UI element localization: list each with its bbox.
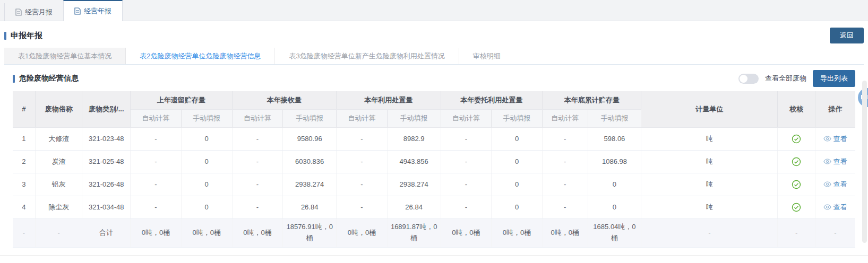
- cell-check: [778, 173, 815, 196]
- eye-icon: [823, 204, 831, 210]
- cell-value: 4943.856: [387, 150, 441, 173]
- cell-value: -: [542, 173, 588, 196]
- cell-value: 2938.274: [387, 173, 441, 196]
- cell-value: 0: [492, 127, 543, 150]
- check-success-icon: [792, 157, 801, 166]
- cell-check: [778, 150, 815, 173]
- cell-waste-category: 321-026-48: [82, 173, 131, 196]
- column-subheader: 手动填报: [283, 109, 337, 127]
- document-icon: [74, 7, 81, 15]
- column-subheader: 手动填报: [181, 109, 232, 127]
- tab-label: 经营月报: [25, 7, 53, 17]
- cell-value: 8982.9: [387, 127, 441, 150]
- section-title: 危险废物经营信息: [13, 74, 79, 83]
- cell-waste-name: 铝灰: [35, 173, 82, 196]
- cell-value: 0: [588, 196, 641, 218]
- cell-row-number: -: [13, 218, 35, 247]
- cell-waste-category: 321-023-48: [82, 127, 131, 150]
- view-link[interactable]: 查看: [823, 203, 847, 212]
- cell-total-value: 18576.91吨，0桶: [283, 218, 337, 247]
- check-success-icon: [792, 134, 801, 144]
- cell-total-value: 0吨，0桶: [232, 218, 283, 247]
- check-success-icon: [792, 203, 801, 212]
- table-row: 3铝灰321-026-48-0-2938.274-2938.274-0-0吨查看: [13, 173, 855, 196]
- form-tab-bar: 表1危险废物经营单位基本情况 表2危险废物经营单位危险废物经营信息 表3危险废物…: [4, 48, 864, 65]
- cell-total-value: 16891.87吨，0桶: [387, 218, 441, 247]
- table-total-row: --合计0吨，0桶0吨，0桶0吨，0桶18576.91吨，0桶0吨，0桶1689…: [13, 218, 855, 247]
- cell-action: 查看: [815, 196, 855, 218]
- column-header: 计量单位: [641, 91, 778, 127]
- column-header: 废物俗称: [35, 91, 82, 127]
- cell-value: -: [337, 196, 388, 218]
- view-link[interactable]: 查看: [823, 180, 847, 189]
- cell-unit: 吨: [641, 150, 778, 173]
- tab-monthly-report[interactable]: 经营月报: [4, 3, 63, 21]
- tab-form2-operation-info[interactable]: 表2危险废物经营单位危险废物经营信息: [126, 48, 275, 64]
- cell-action: 查看: [815, 150, 855, 173]
- column-group-header: 本年接收量: [232, 91, 336, 109]
- cell-value: -: [131, 150, 182, 173]
- cell-total-value: 0吨，0桶: [181, 218, 232, 247]
- view-link[interactable]: 查看: [823, 157, 847, 166]
- table-body: 1大修渣321-023-48-0-9580.96-8982.9-0-598.06…: [13, 127, 855, 247]
- vertical-scrollbar[interactable]: [862, 81, 867, 243]
- cell-value: 0: [181, 196, 232, 218]
- column-subheader: 自动计算: [542, 109, 588, 127]
- toolbar-right: 查看全部废物 导出列表: [738, 70, 855, 87]
- tab-form1-basic-info[interactable]: 表1危险废物经营单位基本情况: [4, 48, 126, 64]
- cell-waste-category: 321-025-48: [82, 150, 131, 173]
- column-subheader: 自动计算: [337, 109, 388, 127]
- tab-annual-report[interactable]: 经营年报: [63, 0, 123, 21]
- cell-value: 26.84: [387, 196, 441, 218]
- cell-waste-name: -: [35, 218, 82, 247]
- toggle-label: 查看全部废物: [765, 74, 806, 83]
- view-link[interactable]: 查看: [823, 134, 847, 144]
- column-subheader: 自动计算: [441, 109, 492, 127]
- view-link-label: 查看: [833, 180, 847, 189]
- cell-unit: -: [641, 218, 778, 247]
- eye-icon: [823, 159, 831, 164]
- cell-check: [778, 196, 815, 218]
- cell-check: [778, 127, 815, 150]
- cell-value: -: [337, 173, 388, 196]
- table-row: 2炭渣321-025-48-0-6030.836-4943.856-0-1086…: [13, 150, 855, 173]
- cell-action: 查看: [815, 127, 855, 150]
- eye-icon: [823, 181, 831, 187]
- cell-waste-name: 除尘灰: [35, 196, 82, 218]
- cell-value: -: [542, 150, 588, 173]
- view-all-waste-toggle[interactable]: [738, 74, 759, 84]
- column-subheader: 手动填报: [588, 109, 641, 127]
- cell-value: 0: [181, 173, 232, 196]
- waste-table: #废物俗称废物类别/...上年遗留贮存量本年接收量本年利用处置量本年委托利用处置…: [13, 91, 855, 248]
- column-group-header: 本年利用处置量: [337, 91, 441, 109]
- cell-unit: 吨: [641, 196, 778, 218]
- tab-audit-detail[interactable]: 审核明细: [459, 48, 514, 64]
- back-button[interactable]: 返回: [830, 28, 864, 43]
- cell-value: 6030.836: [283, 150, 337, 173]
- cell-row-number: 2: [13, 150, 35, 173]
- view-link-label: 查看: [833, 157, 847, 166]
- cell-total-value: 1685.04吨，0桶: [588, 218, 641, 247]
- document-icon: [15, 8, 22, 16]
- cell-value: -: [232, 150, 283, 173]
- top-tab-bar: 经营月报 经营年报: [0, 0, 868, 21]
- cell-value: -: [131, 173, 182, 196]
- tab-form3-new-waste-disposal[interactable]: 表3危险废物经营单位新产生危险废物利用处置情况: [275, 48, 459, 64]
- cell-check: -: [778, 218, 815, 247]
- cell-value: -: [441, 196, 492, 218]
- column-group-header: 上年遗留贮存量: [131, 91, 232, 109]
- cell-value: -: [232, 173, 283, 196]
- cell-waste-name: 炭渣: [35, 150, 82, 173]
- waste-info-section: 危险废物经营信息 查看全部废物 导出列表 #废物俗称废物类别/: [13, 70, 855, 248]
- table-header-row-groups: #废物俗称废物类别/...上年遗留贮存量本年接收量本年利用处置量本年委托利用处置…: [13, 91, 855, 109]
- cell-unit: 吨: [641, 127, 778, 150]
- cell-value: 0: [181, 150, 232, 173]
- cell-value: -: [131, 127, 182, 150]
- cell-value: -: [232, 196, 283, 218]
- export-list-button[interactable]: 导出列表: [813, 70, 855, 87]
- page-title: 申报年报: [4, 31, 42, 41]
- cell-value: 0: [181, 127, 232, 150]
- cell-value: -: [542, 127, 588, 150]
- section-accent-bar: [13, 75, 15, 83]
- table-row: 4除尘灰321-034-48-0-26.84-26.84-0-0吨查看: [13, 196, 855, 218]
